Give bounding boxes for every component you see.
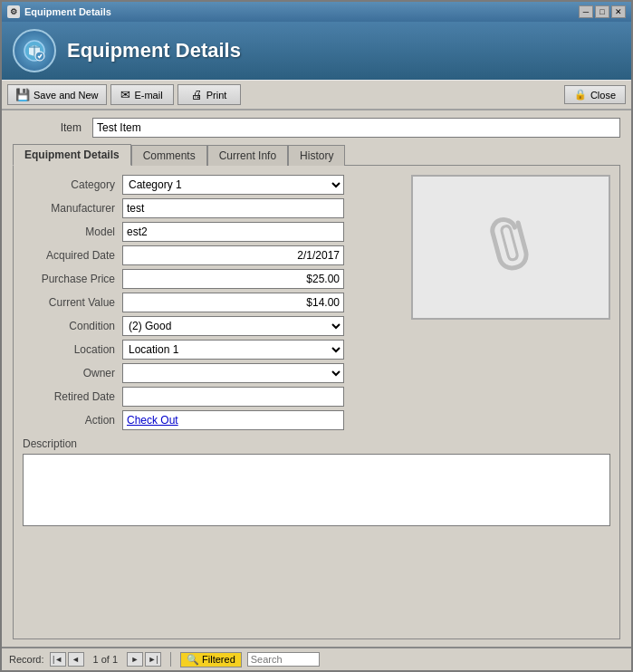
email-icon: ✉	[120, 88, 130, 101]
checkout-link[interactable]: Check Out	[127, 414, 178, 427]
title-bar-controls: ─ □ ✕	[579, 5, 626, 18]
save-and-new-label: Save and New	[34, 90, 99, 101]
purchase-price-label: Purchase Price	[23, 273, 122, 285]
form-fields: Category Category 1 Category 2 Category …	[23, 175, 393, 430]
save-icon: 💾	[15, 88, 30, 101]
acquired-date-input[interactable]	[122, 245, 344, 265]
close-label: Close	[590, 90, 616, 101]
header-title: Equipment Details	[67, 39, 241, 62]
tabs-header: Equipment Details Comments Current Info …	[13, 143, 620, 165]
form-grid: Category Category 1 Category 2 Category …	[23, 175, 393, 430]
condition-row: Condition (1) Excellent (2) Good (3) Fai…	[23, 316, 393, 336]
first-record-button[interactable]: |◄	[50, 652, 66, 667]
item-label: Item	[13, 121, 85, 134]
restore-button[interactable]: □	[595, 5, 609, 18]
close-icon: 🔒	[574, 89, 587, 101]
location-select[interactable]: Location 1 Location 2 Location 3	[122, 340, 344, 360]
header-section: Equipment Details	[2, 22, 631, 80]
owner-label: Owner	[23, 367, 122, 379]
manufacturer-row: Manufacturer	[23, 198, 393, 218]
condition-select[interactable]: (1) Excellent (2) Good (3) Fair (4) Poor	[122, 316, 344, 336]
category-label: Category	[23, 178, 122, 191]
title-bar: ⚙ Equipment Details ─ □ ✕	[2, 2, 631, 22]
record-nav-next: ► ►|	[127, 652, 161, 667]
close-button[interactable]: 🔒 Close	[564, 85, 626, 104]
description-section: Description	[23, 437, 610, 529]
filtered-label: Filtered	[202, 654, 235, 665]
owner-row: Owner	[23, 363, 393, 383]
separator	[170, 652, 171, 667]
manufacturer-label: Manufacturer	[23, 202, 122, 215]
manufacturer-input[interactable]	[122, 198, 344, 218]
email-button[interactable]: ✉ E-mail	[110, 84, 174, 105]
retired-date-row: Retired Date	[23, 387, 393, 407]
attachment-icon	[479, 206, 542, 288]
acquired-date-label: Acquired Date	[23, 249, 122, 262]
toolbar: 💾 Save and New ✉ E-mail 🖨 Print 🔒 Close	[2, 80, 631, 110]
owner-select[interactable]	[122, 363, 344, 383]
action-field: Check Out	[122, 410, 344, 430]
window-title: Equipment Details	[24, 6, 111, 17]
model-input[interactable]	[122, 222, 344, 242]
model-row: Model	[23, 222, 393, 242]
save-and-new-button[interactable]: 💾 Save and New	[7, 84, 107, 105]
form-and-image: Category Category 1 Category 2 Category …	[23, 175, 610, 430]
current-value-input[interactable]	[122, 293, 344, 312]
category-row: Category Category 1 Category 2 Category …	[23, 175, 393, 195]
purchase-price-row: Purchase Price	[23, 269, 393, 289]
acquired-date-row: Acquired Date	[23, 245, 393, 265]
prev-record-button[interactable]: ◄	[68, 652, 84, 667]
content-area: Item Equipment Details Comments Current …	[2, 110, 631, 647]
tab-equipment-details[interactable]: Equipment Details	[13, 144, 131, 166]
status-bar: Record: |◄ ◄ 1 of 1 ► ►| 🔍 Filtered	[2, 647, 631, 670]
condition-label: Condition	[23, 320, 122, 332]
minimize-button[interactable]: ─	[579, 5, 593, 18]
description-label: Description	[23, 437, 610, 450]
retired-date-label: Retired Date	[23, 390, 122, 403]
toolbar-left: 💾 Save and New ✉ E-mail 🖨 Print	[7, 84, 241, 105]
tab-current-info[interactable]: Current Info	[207, 145, 288, 166]
item-input[interactable]	[92, 118, 620, 138]
location-row: Location Location 1 Location 2 Location …	[23, 340, 393, 360]
record-count: 1 of 1	[90, 654, 122, 665]
item-row: Item	[13, 118, 620, 138]
action-label: Action	[23, 414, 122, 427]
record-label: Record:	[9, 654, 44, 665]
last-record-button[interactable]: ►|	[145, 652, 161, 667]
action-row: Action Check Out	[23, 410, 393, 430]
main-window: ⚙ Equipment Details ─ □ ✕ Equipment Deta…	[0, 0, 633, 672]
tabs-container: Equipment Details Comments Current Info …	[13, 143, 620, 639]
window-icon: ⚙	[7, 5, 20, 18]
current-value-row: Current Value	[23, 293, 393, 312]
app-icon	[13, 29, 56, 72]
filter-icon: 🔍	[187, 654, 199, 666]
next-record-button[interactable]: ►	[127, 652, 143, 667]
location-label: Location	[23, 343, 122, 356]
filtered-badge: 🔍 Filtered	[180, 652, 242, 667]
search-input[interactable]	[247, 652, 320, 667]
current-value-label: Current Value	[23, 296, 122, 309]
email-label: E-mail	[134, 90, 162, 101]
purchase-price-input[interactable]	[122, 269, 344, 289]
tab-content-equipment-details: Category Category 1 Category 2 Category …	[13, 165, 620, 639]
model-label: Model	[23, 226, 122, 238]
description-textarea[interactable]	[23, 454, 610, 526]
close-window-button[interactable]: ✕	[611, 5, 626, 18]
image-placeholder	[411, 175, 610, 320]
print-label: Print	[206, 90, 227, 101]
retired-date-input[interactable]	[122, 387, 344, 407]
title-bar-left: ⚙ Equipment Details	[7, 5, 111, 18]
tab-history[interactable]: History	[288, 145, 345, 166]
tab-comments[interactable]: Comments	[131, 145, 207, 166]
record-nav: |◄ ◄	[50, 652, 84, 667]
print-icon: 🖨	[191, 88, 203, 101]
print-button[interactable]: 🖨 Print	[177, 84, 241, 105]
category-select[interactable]: Category 1 Category 2 Category 3	[122, 175, 344, 195]
